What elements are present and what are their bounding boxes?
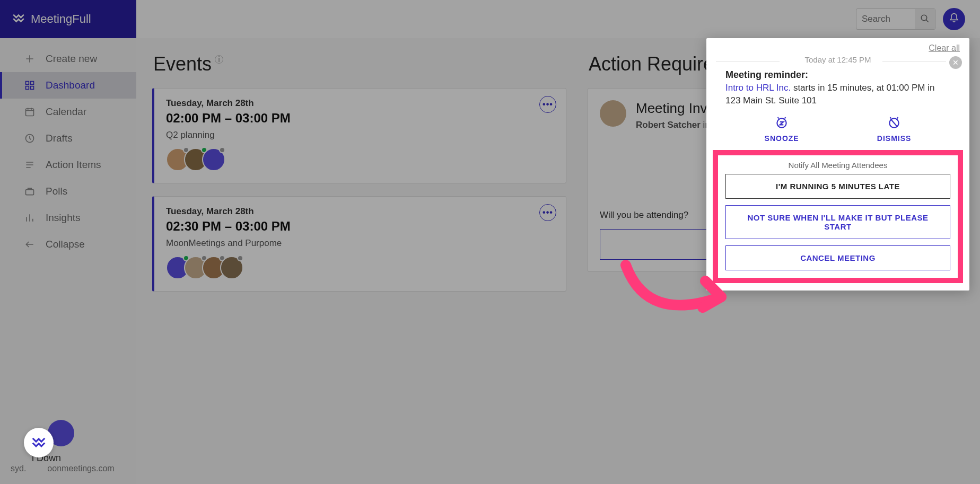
briefcase-icon — [23, 186, 36, 197]
sidebar-item-label: Action Items — [46, 159, 101, 171]
cancel-meeting-button[interactable]: CANCEL MEETING — [725, 245, 950, 270]
user-email: syd. oonmeetings.com — [11, 464, 126, 473]
sidebar-item-drafts[interactable]: Drafts — [0, 125, 136, 152]
search-wrap — [856, 8, 935, 30]
info-badge-icon: i — [215, 55, 223, 64]
topbar — [136, 0, 980, 38]
svg-rect-4 — [26, 109, 34, 116]
events-title: Eventsi — [153, 53, 566, 75]
sidebar: MeetingFull Create new Dashboard Calenda… — [0, 0, 136, 484]
event-more-button[interactable]: ••• — [539, 96, 556, 113]
sidebar-item-insights[interactable]: Insights — [0, 205, 136, 231]
reminder-text: Intro to HRL Inc. starts in 15 minutes, … — [725, 82, 950, 107]
close-icon: ✕ — [952, 58, 959, 67]
sidebar-item-label: Calendar — [46, 106, 86, 118]
event-name: Q2 planning — [166, 130, 554, 140]
notification-close-button[interactable]: ✕ — [949, 56, 962, 69]
event-date: Tuesday, March 28th — [166, 206, 554, 217]
notify-attendees-box: Notify All Meeting Attendees I'M RUNNING… — [713, 150, 963, 283]
event-card[interactable]: ••• Tuesday, March 28th 02:00 PM – 03:00… — [152, 88, 566, 183]
sidebar-nav: Create new Dashboard Calendar Drafts — [0, 38, 136, 258]
svg-rect-1 — [31, 82, 34, 85]
reminder-title: Meeting reminder: — [725, 69, 950, 81]
svg-rect-6 — [26, 190, 34, 195]
create-new-label: Create new — [46, 53, 97, 65]
events-column: Eventsi ••• Tuesday, March 28th 02:00 PM… — [152, 49, 566, 473]
search-button[interactable] — [915, 9, 935, 29]
clock-icon — [23, 133, 36, 144]
inviter-avatar — [600, 100, 626, 127]
snooze-icon — [775, 116, 789, 131]
notification-timestamp: Today at 12:45 PM — [804, 55, 871, 64]
event-more-button[interactable]: ••• — [539, 204, 556, 221]
sidebar-item-label: Drafts — [46, 133, 73, 144]
search-input[interactable] — [856, 10, 915, 29]
sidebar-item-collapse[interactable]: Collapse — [0, 231, 136, 258]
sidebar-item-dashboard[interactable]: Dashboard — [0, 72, 136, 99]
brand-name: MeetingFull — [31, 12, 91, 26]
event-name: MoonMeetings and Purpome — [166, 238, 554, 249]
grid-icon — [23, 80, 36, 91]
search-icon — [920, 14, 930, 25]
bell-icon — [949, 13, 959, 25]
snooze-button[interactable]: SNOOZE — [765, 116, 799, 143]
running-late-button[interactable]: I'M RUNNING 5 MINUTES LATE — [725, 174, 950, 199]
attendee-avatar — [202, 148, 225, 171]
plus-icon — [23, 54, 36, 64]
svg-rect-3 — [31, 86, 34, 90]
not-sure-button[interactable]: NOT SURE WHEN I'LL MAKE IT BUT PLEASE ST… — [725, 205, 950, 239]
sidebar-item-action-items[interactable]: Action Items — [0, 152, 136, 178]
svg-rect-0 — [26, 82, 29, 85]
attendee-avatars — [166, 256, 554, 279]
reminder-meeting-link[interactable]: Intro to HRL Inc. — [725, 83, 791, 93]
floating-brand-badge[interactable] — [24, 428, 54, 457]
brand-bar: MeetingFull — [0, 0, 136, 38]
sidebar-item-label: Dashboard — [46, 80, 95, 91]
sidebar-item-label: Collapse — [46, 239, 85, 250]
svg-point-7 — [921, 15, 927, 21]
attendee-avatar — [220, 256, 243, 279]
brand-mark-icon — [31, 434, 47, 452]
event-time: 02:30 PM – 03:00 PM — [166, 219, 554, 234]
clear-all-link[interactable]: Clear all — [929, 43, 960, 53]
attendee-avatars — [166, 148, 554, 171]
event-time: 02:00 PM – 03:00 PM — [166, 111, 554, 126]
create-new-button[interactable]: Create new — [0, 46, 136, 72]
calendar-icon — [23, 107, 36, 117]
event-date: Tuesday, March 28th — [166, 98, 554, 109]
arrow-left-icon — [23, 239, 36, 250]
event-card[interactable]: ••• Tuesday, March 28th 02:30 PM – 03:00… — [152, 196, 566, 292]
bars-icon — [23, 213, 36, 223]
notification-panel: Clear all Today at 12:45 PM ✕ Meeting re… — [706, 38, 969, 291]
svg-rect-2 — [26, 86, 29, 90]
sidebar-footer: l Down syd. oonmeetings.com — [0, 409, 136, 484]
notifications-button[interactable] — [943, 8, 965, 30]
dismiss-button[interactable]: DISMISS — [877, 116, 912, 143]
sidebar-item-label: Polls — [46, 186, 67, 197]
brand-logo-icon — [12, 11, 25, 28]
sidebar-item-polls[interactable]: Polls — [0, 178, 136, 205]
sidebar-item-calendar[interactable]: Calendar — [0, 99, 136, 125]
notify-attendees-label: Notify All Meeting Attendees — [725, 161, 950, 170]
sidebar-item-label: Insights — [46, 212, 80, 224]
list-icon — [23, 160, 36, 170]
dismiss-icon — [887, 116, 901, 131]
notification-timestamp-row: Today at 12:45 PM ✕ — [706, 53, 969, 69]
